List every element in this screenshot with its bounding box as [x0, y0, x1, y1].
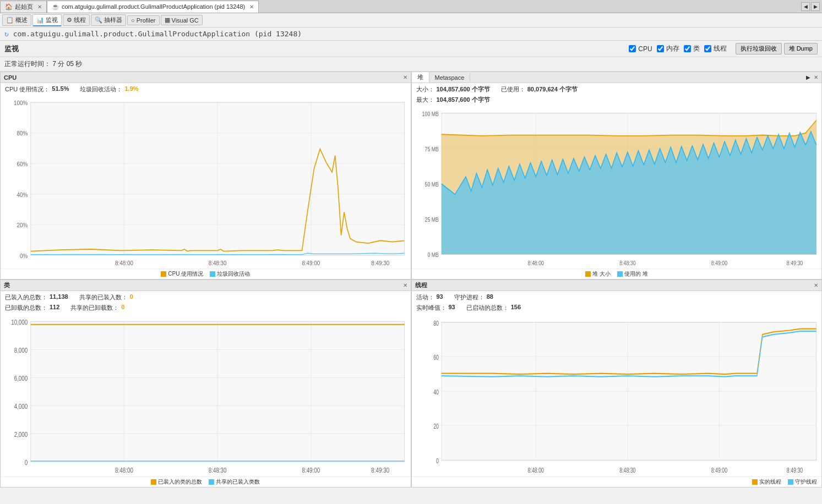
toolbar-overview[interactable]: 📋 概述: [2, 14, 31, 26]
tab-start[interactable]: 🏠 起始页 ✕: [0, 1, 47, 13]
svg-text:20: 20: [433, 422, 439, 430]
threads-daemon-stat: 守护进程： 88: [454, 293, 493, 302]
svg-text:8:48:00: 8:48:00: [115, 467, 133, 474]
class-legend: 已装入的类的总数 共享的已装入类数: [1, 476, 411, 487]
svg-text:0%: 0%: [20, 253, 28, 259]
checkbox-memory[interactable]: 内存: [657, 44, 679, 53]
checkbox-threads[interactable]: 线程: [704, 44, 727, 53]
heap-legend: 堆 大小 使用的 堆: [412, 269, 822, 279]
visual-gc-icon: ▦: [165, 17, 170, 24]
heap-panel-expand[interactable]: ▶: [806, 74, 810, 80]
class-shared-unloaded-label: 共享的已卸载数：: [70, 304, 119, 312]
threads-chart-svg: 80 60 40 20 0 8:48:00 8:48:30 8:49:00 8:…: [412, 314, 822, 476]
class-unloaded-label: 已卸载的总数：: [5, 304, 47, 312]
class-loaded-label: 已装入的总数：: [5, 293, 47, 302]
toolbar: 📋 概述 📊 监视 ⚙ 线程 🔍 抽样器 ○ Profiler ▦ Visual…: [0, 13, 822, 28]
checkbox-threads-label: 线程: [714, 44, 727, 53]
threads-panel-title: 线程: [415, 281, 427, 289]
cpu-panel-title: CPU: [4, 74, 17, 81]
svg-text:8:49:00: 8:49:00: [302, 260, 320, 267]
heap-chart-area: 100 MB 75 MB 50 MB 25 MB 0 MB 8:48:00 8:…: [412, 106, 822, 269]
checkbox-class[interactable]: 类: [684, 44, 700, 53]
tab-start-close[interactable]: ✕: [37, 4, 42, 10]
threads-icon: ⚙: [67, 17, 72, 24]
sampler-label: 抽样器: [104, 16, 122, 24]
svg-text:4,000: 4,000: [14, 403, 28, 410]
heap-panel-inner: 大小： 104,857,600 个字节 已使用： 80,079,624 个字节 …: [412, 83, 822, 279]
svg-text:25 MB: 25 MB: [424, 216, 439, 223]
overview-icon: 📋: [6, 17, 14, 24]
svg-text:10,000: 10,000: [11, 319, 28, 326]
threads-legend-daemon: 守护线程: [788, 478, 817, 486]
class-panel-close[interactable]: ✕: [403, 282, 407, 288]
threads-panel-close[interactable]: ✕: [814, 282, 818, 288]
refresh-icon: ↻: [4, 30, 9, 38]
heap-used-label: 已使用：: [501, 85, 525, 94]
svg-text:8:48:30: 8:48:30: [209, 260, 227, 267]
cpu-panel-header: CPU ✕: [1, 72, 411, 83]
toolbar-monitor[interactable]: 📊 监视: [32, 14, 62, 26]
tab-bar: 🏠 起始页 ✕ ☕ com.atguigu.gulimall.product.G…: [0, 0, 822, 13]
svg-text:100 MB: 100 MB: [422, 111, 438, 117]
class-legend-shared-dot: [209, 479, 214, 485]
svg-text:8:49:30: 8:49:30: [371, 260, 389, 267]
heap-used-stat: 已使用： 80,079,624 个字节: [501, 85, 578, 94]
svg-text:8:49:00: 8:49:00: [302, 467, 320, 474]
tab-app-close[interactable]: ✕: [249, 4, 254, 10]
heap-panel-close[interactable]: ✕: [814, 74, 818, 80]
class-panel-title: 类: [4, 281, 10, 289]
heap-tab-metaspace[interactable]: Metaspace: [429, 73, 471, 82]
visual-gc-label: Visual GC: [172, 17, 199, 24]
sampler-icon: 🔍: [95, 17, 102, 24]
checkbox-cpu[interactable]: CPU: [629, 45, 652, 53]
cpu-usage-value: 51.5%: [52, 85, 69, 94]
svg-text:8:48:00: 8:48:00: [527, 259, 544, 266]
profiler-label: Profiler: [137, 17, 156, 24]
heap-legend-used: 使用的 堆: [617, 270, 648, 278]
svg-text:80%: 80%: [17, 130, 28, 137]
checkbox-cpu-input[interactable]: [629, 45, 636, 52]
gc-button[interactable]: 执行垃圾回收: [736, 43, 782, 54]
tab-start-label: 起始页: [15, 3, 33, 11]
heap-size-value: 104,857,600 个字节: [437, 85, 490, 94]
class-shared-unloaded-stat: 共享的已卸载数： 0: [70, 304, 124, 312]
cpu-panel-close[interactable]: ✕: [403, 74, 407, 80]
tab-nav-right[interactable]: ▶: [811, 2, 820, 11]
svg-text:8:48:30: 8:48:30: [619, 466, 635, 474]
heap-dump-button[interactable]: 堆 Dump: [784, 43, 818, 54]
cpu-chart-area: 100% 80% 60% 40% 20% 0% 8:48:00 8:48:30 …: [1, 96, 411, 269]
svg-text:80: 80: [433, 319, 439, 327]
class-legend-shared: 共享的已装入类数: [209, 478, 260, 486]
heap-tab-heap[interactable]: 堆: [412, 72, 429, 83]
cpu-legend-usage: CPU 使用情况: [161, 270, 203, 278]
threads-chart-area: 80 60 40 20 0 8:48:00 8:48:30 8:49:00 8:…: [412, 314, 822, 476]
checkbox-threads-input[interactable]: [704, 45, 711, 52]
app-title: ↻ com.atguigu.gulimall.product.GulimallP…: [0, 28, 822, 41]
toolbar-profiler[interactable]: ○ Profiler: [127, 15, 160, 25]
svg-text:60: 60: [433, 353, 439, 361]
class-legend-shared-label: 共享的已装入类数: [216, 478, 260, 486]
threads-legend-live-dot: [752, 479, 758, 485]
checkbox-class-input[interactable]: [684, 45, 691, 52]
threads-legend: 实的线程 守护线程: [412, 476, 822, 487]
threads-stats-row2: 实时峰值： 93 已启动的总数： 156: [412, 304, 822, 314]
cpu-legend-usage-dot: [161, 271, 166, 277]
svg-text:8:48:00: 8:48:00: [115, 260, 133, 267]
cpu-panel: CPU ✕ CPU 使用情况： 51.5% 垃圾回收活动： 1.9%: [0, 72, 411, 280]
cpu-gc-value: 1.9%: [124, 85, 138, 94]
monitor-icon: 📊: [36, 17, 44, 24]
cpu-stats-row: CPU 使用情况： 51.5% 垃圾回收活动： 1.9%: [1, 83, 411, 96]
class-panel: 类 ✕ 已装入的总数： 11,138 共享的已装入数： 0 已卸载的总数： 11…: [0, 280, 411, 487]
toolbar-visual-gc[interactable]: ▦ Visual GC: [161, 15, 203, 25]
tab-nav: ◀ ▶: [801, 2, 822, 11]
class-loaded-stat: 已装入的总数： 11,138: [5, 293, 68, 302]
heap-legend-size-label: 堆 大小: [592, 270, 611, 278]
toolbar-sampler[interactable]: 🔍 抽样器: [91, 14, 126, 26]
tab-nav-left[interactable]: ◀: [801, 2, 810, 11]
svg-text:8,000: 8,000: [14, 347, 28, 354]
tab-app[interactable]: ☕ com.atguigu.gulimall.product.GulimallP…: [47, 1, 259, 13]
heap-size-label: 大小：: [416, 85, 434, 94]
class-shared-unloaded-value: 0: [121, 304, 124, 312]
toolbar-threads[interactable]: ⚙ 线程: [63, 14, 90, 26]
checkbox-memory-input[interactable]: [657, 45, 664, 52]
